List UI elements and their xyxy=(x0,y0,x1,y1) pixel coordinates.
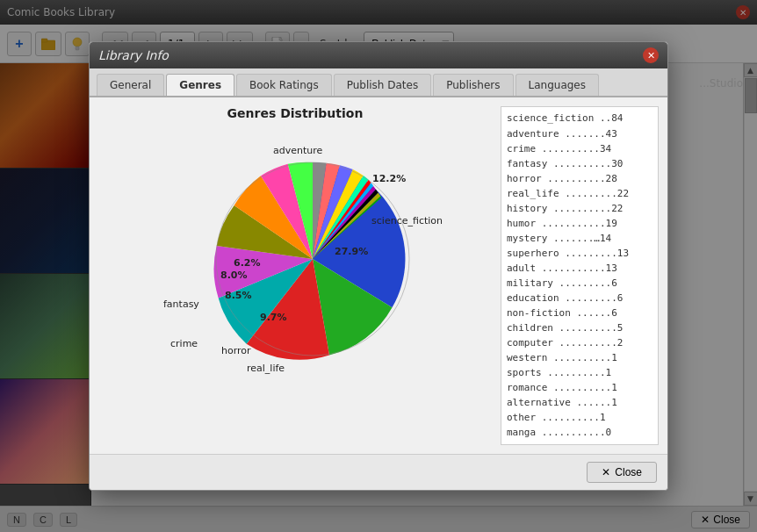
label-pct-fantasy: 8.5% xyxy=(225,290,252,301)
stat-computer: computer ..........2 xyxy=(507,335,652,350)
tab-languages[interactable]: Languages xyxy=(515,74,599,96)
app-window: Comic Books Library ✕ + ◀◀ ◀ 1/1 ▶ ▶▶ xyxy=(0,0,757,532)
label-pct-adventure: 12.2% xyxy=(372,173,406,184)
modal-title: Library Info xyxy=(98,48,169,62)
label-science-fiction: science_fiction xyxy=(371,215,443,226)
stat-military: military .........6 xyxy=(507,276,652,291)
stat-mystery: mystery .......…14 xyxy=(507,231,652,246)
pie-wrapper: adventure science_fiction 27.9% 12.2% cr… xyxy=(146,127,444,382)
label-real-life: real_life xyxy=(247,363,285,374)
modal-tabs: General Genres Book Ratings Publish Date… xyxy=(90,68,667,97)
label-crime: crime xyxy=(170,338,198,349)
modal-close-button[interactable]: ✕ xyxy=(643,47,659,63)
stat-crime: crime ..........34 xyxy=(507,141,652,156)
tab-publish-dates[interactable]: Publish Dates xyxy=(334,74,432,96)
modal-close-footer-button[interactable]: ✕ Close xyxy=(587,462,657,483)
modal-overlay: Library Info ✕ General Genres Book Ratin… xyxy=(0,0,757,532)
stat-history: history ..........22 xyxy=(507,201,652,216)
label-pct-science-fiction: 27.9% xyxy=(335,246,368,257)
close-x-icon: ✕ xyxy=(602,466,610,478)
stat-science-fiction: science_fiction ..84 xyxy=(507,111,652,126)
chart-title: Genres Distribution xyxy=(227,106,364,120)
stat-children: children ..........5 xyxy=(507,320,652,335)
modal-footer: ✕ Close xyxy=(90,454,667,490)
stat-superhero: superhero .........13 xyxy=(507,246,652,261)
label-pct-horror: 8.0% xyxy=(220,270,248,281)
label-fantasy: fantasy xyxy=(163,298,199,310)
stats-panel[interactable]: science_fiction ..84 adventure .......43… xyxy=(501,106,659,444)
stat-adventure: adventure .......43 xyxy=(507,126,652,141)
stat-real-life: real_life .........22 xyxy=(507,186,652,201)
modal-titlebar: Library Info ✕ xyxy=(90,42,667,68)
stat-fantasy: fantasy ..........30 xyxy=(507,156,652,171)
stat-sports: sports ..........1 xyxy=(507,365,652,380)
stat-other: other ..........1 xyxy=(507,410,652,425)
label-adventure: adventure xyxy=(273,145,322,156)
stat-horror: horror ..........28 xyxy=(507,171,652,186)
stat-education: education .........6 xyxy=(507,291,652,306)
label-pct-crime: 9.7% xyxy=(260,312,287,323)
modal-body: Genres Distribution xyxy=(90,97,667,453)
stat-humor: humor ...........19 xyxy=(507,216,652,231)
tab-genres[interactable]: Genres xyxy=(166,74,234,96)
stat-non-fiction: non-fiction ......6 xyxy=(507,306,652,320)
stat-western: western ..........1 xyxy=(507,350,652,365)
stat-alternative: alternative ......1 xyxy=(507,395,652,410)
stat-romance: romance ..........1 xyxy=(507,380,652,395)
tab-book-ratings[interactable]: Book Ratings xyxy=(236,74,332,96)
modal: Library Info ✕ General Genres Book Ratin… xyxy=(89,41,668,490)
chart-area: Genres Distribution xyxy=(98,106,492,444)
stat-adult: adult ...........13 xyxy=(507,261,652,276)
label-horror: horror xyxy=(221,345,251,356)
label-pct-real-life: 6.2% xyxy=(234,257,261,269)
stat-manga: manga ...........0 xyxy=(507,425,652,440)
close-footer-label: Close xyxy=(615,466,642,478)
tab-general[interactable]: General xyxy=(97,74,164,96)
tab-publishers[interactable]: Publishers xyxy=(433,74,513,96)
